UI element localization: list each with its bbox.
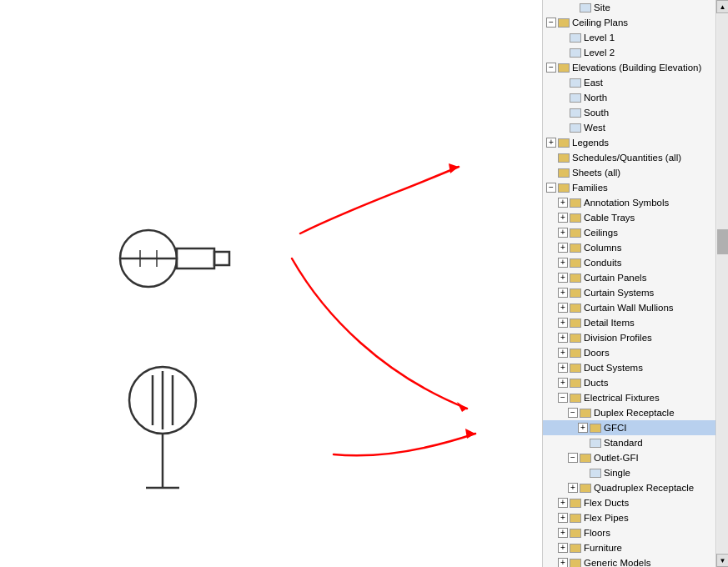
tree-item-curtain-systems[interactable]: +Curtain Systems [543, 285, 715, 300]
folder-icon [558, 153, 570, 163]
tree-item-label: Flex Ducts [584, 496, 629, 509]
item-icon [570, 78, 581, 88]
expand-icon[interactable]: + [558, 318, 568, 328]
folder-icon [570, 258, 581, 268]
collapse-icon[interactable]: − [546, 183, 556, 193]
tree-item-label: Single [604, 466, 630, 479]
tree-item-ceiling-plans[interactable]: −Ceiling Plans [543, 15, 715, 30]
expand-icon[interactable]: + [558, 363, 568, 373]
folder-icon [570, 559, 581, 568]
tree-item-electrical-fixtures[interactable]: −Electrical Fixtures [543, 390, 715, 405]
tree-item-label: Ceilings [584, 226, 618, 239]
tree-item-label: Detail Items [584, 316, 635, 329]
folder-icon [570, 379, 581, 388]
tree-view[interactable]: Site−Ceiling PlansLevel 1Level 2−Elevati… [543, 0, 715, 567]
tree-item-sheets[interactable]: Sheets (all) [543, 165, 715, 180]
folder-icon [570, 304, 581, 313]
scroll-up-button[interactable]: ▲ [716, 0, 729, 13]
tree-item-duct-systems[interactable]: +Duct Systems [543, 360, 715, 375]
expand-icon[interactable]: + [558, 528, 568, 538]
tree-item-label: Level 2 [584, 46, 615, 59]
expand-icon[interactable]: + [558, 273, 568, 283]
tree-item-detail-items[interactable]: +Detail Items [543, 315, 715, 330]
drawing-area [0, 0, 542, 567]
annotation-arrows [0, 0, 542, 567]
expand-icon[interactable]: + [578, 423, 588, 433]
expand-icon[interactable]: + [558, 513, 568, 523]
tree-item-legends[interactable]: +Legends [543, 135, 715, 150]
tree-item-label: Elevations (Building Elevation) [572, 61, 701, 74]
collapse-icon[interactable]: − [558, 393, 568, 403]
folder-icon [570, 499, 581, 508]
tree-item-gfci[interactable]: +GFCI [543, 420, 715, 435]
expand-icon[interactable]: + [558, 348, 568, 358]
expand-icon[interactable]: + [558, 498, 568, 508]
tree-item-families[interactable]: −Families [543, 180, 715, 195]
collapse-icon[interactable]: − [568, 408, 578, 418]
expand-icon[interactable]: + [558, 303, 568, 313]
tree-item-label: Curtain Wall Mullions [584, 301, 674, 314]
expand-icon[interactable]: + [558, 288, 568, 298]
tree-item-label: East [584, 76, 603, 89]
tree-item-outlet-gfi[interactable]: −Outlet-GFI [543, 450, 715, 465]
folder-icon [570, 364, 581, 373]
tree-item-cable-trays[interactable]: +Cable Trays [543, 210, 715, 225]
tree-item-flex-ducts[interactable]: +Flex Ducts [543, 495, 715, 510]
tree-item-standard[interactable]: Standard [543, 435, 715, 450]
folder-icon [570, 514, 581, 523]
tree-item-level-1[interactable]: Level 1 [543, 30, 715, 45]
tree-item-quadruplex-receptacle[interactable]: +Quadruplex Receptacle [543, 480, 715, 495]
tree-item-schedules[interactable]: Schedules/Quantities (all) [543, 150, 715, 165]
tree-item-ducts[interactable]: +Ducts [543, 375, 715, 390]
tree-item-label: Flex Pipes [584, 511, 629, 524]
tree-item-label: Furniture [584, 541, 622, 554]
folder-icon [558, 18, 570, 28]
collapse-icon[interactable]: − [568, 453, 578, 463]
expand-icon[interactable]: + [558, 543, 568, 553]
expand-icon[interactable]: + [558, 228, 568, 238]
collapse-icon[interactable]: − [546, 18, 556, 28]
tree-item-columns[interactable]: +Columns [543, 240, 715, 255]
tree-item-elevations[interactable]: −Elevations (Building Elevation) [543, 60, 715, 75]
tree-item-label: Division Profiles [584, 331, 652, 344]
tree-item-north[interactable]: North [543, 90, 715, 105]
tree-item-duplex-receptacle[interactable]: −Duplex Receptacle [543, 405, 715, 420]
expand-icon[interactable]: + [568, 483, 578, 493]
item-icon [590, 439, 601, 448]
scroll-down-button[interactable]: ▼ [716, 554, 729, 567]
scroll-thumb[interactable] [717, 229, 729, 254]
tree-item-west[interactable]: West [543, 120, 715, 135]
tree-item-label: Doors [584, 346, 610, 359]
tree-item-curtain-wall-mullions[interactable]: +Curtain Wall Mullions [543, 300, 715, 315]
expand-icon[interactable]: + [558, 258, 568, 268]
tree-item-curtain-panels[interactable]: +Curtain Panels [543, 270, 715, 285]
expand-icon[interactable]: + [546, 138, 556, 148]
tree-item-floors[interactable]: +Floors [543, 525, 715, 540]
expand-icon[interactable]: + [558, 198, 568, 208]
folder-icon [558, 183, 570, 193]
tree-item-label: Legends [572, 136, 609, 149]
tree-item-south[interactable]: South [543, 105, 715, 120]
tree-item-doors[interactable]: +Doors [543, 345, 715, 360]
tree-item-site[interactable]: Site [543, 0, 715, 15]
tree-item-division-profiles[interactable]: +Division Profiles [543, 330, 715, 345]
tree-item-single[interactable]: Single [543, 465, 715, 480]
tree-item-generic-models[interactable]: +Generic Models [543, 555, 715, 567]
expand-icon[interactable]: + [558, 213, 568, 223]
scrollbar[interactable]: ▲ ▼ [715, 0, 728, 567]
collapse-icon[interactable]: − [546, 63, 556, 73]
tree-item-annotation-symbols[interactable]: +Annotation Symbols [543, 195, 715, 210]
tree-item-level-2[interactable]: Level 2 [543, 45, 715, 60]
tree-item-ceilings[interactable]: +Ceilings [543, 225, 715, 240]
expand-icon[interactable]: + [558, 243, 568, 253]
expand-icon[interactable]: + [558, 558, 568, 567]
folder-icon [570, 544, 581, 553]
tree-item-flex-pipes[interactable]: +Flex Pipes [543, 510, 715, 525]
tree-item-furniture[interactable]: +Furniture [543, 540, 715, 555]
tree-item-east[interactable]: East [543, 75, 715, 90]
expand-icon[interactable]: + [558, 378, 568, 388]
scroll-track[interactable] [717, 14, 729, 553]
folder-icon [570, 289, 581, 298]
tree-item-conduits[interactable]: +Conduits [543, 255, 715, 270]
expand-icon[interactable]: + [558, 333, 568, 343]
